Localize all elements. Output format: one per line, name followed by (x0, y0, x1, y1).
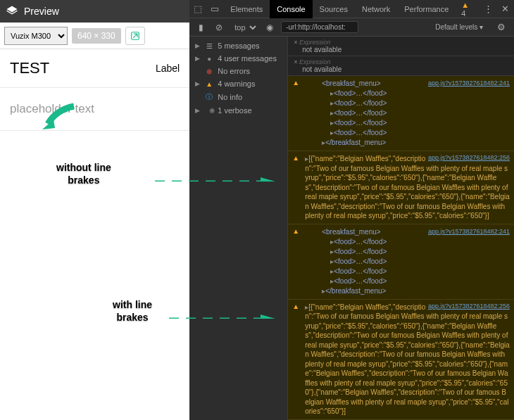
tab-elements[interactable]: Elements (223, 0, 270, 18)
annotation-with: with line brakes (113, 299, 152, 324)
devtools-panel: ⬚ ▭ Elements Console Sources Network Per… (189, 0, 514, 420)
filter-input[interactable] (281, 21, 358, 33)
log-entry[interactable]: ▲app.js?v1573827618482:256▸[{"name":"Bel… (288, 151, 514, 224)
log-entry[interactable]: ▲<breakfast_menu>app.js?v1573827618482:2… (288, 76, 514, 151)
expression-block: Expressionnot available (288, 56, 514, 76)
device-toggle-icon[interactable]: ▭ (206, 0, 223, 18)
tab-network[interactable]: Network (355, 0, 397, 18)
gear-icon[interactable]: ⚙ (493, 22, 510, 32)
close-icon[interactable]: ✕ (497, 0, 514, 18)
tab-sources[interactable]: Sources (313, 0, 355, 18)
msg-filter-item[interactable]: ▶❋1 verbose (189, 104, 287, 117)
tab-warning-count[interactable]: ▲ 4 (456, 1, 480, 18)
msg-filter-item[interactable]: ▶☰5 messages (189, 39, 287, 52)
preview-area: TEST Label placeholder text without line… (0, 49, 189, 420)
preview-panel: Preview Vuzix M300 640 × 330 TEST Label … (0, 0, 189, 420)
levels-select[interactable]: Default levels ▾ (435, 23, 483, 31)
arrow-dashed-icon (155, 176, 282, 182)
arrow-dashed-icon (169, 313, 282, 319)
more-icon[interactable]: ⋮ (480, 0, 497, 18)
preview-toolbar: Vuzix M300 640 × 330 (0, 23, 189, 49)
eye-icon[interactable]: ◉ (263, 20, 277, 34)
clear-icon[interactable]: ⊘ (212, 20, 226, 34)
source-link[interactable]: app.js?v1573827618482:256 (428, 303, 510, 310)
source-link[interactable]: app.js?v1573827618482:241 (428, 79, 510, 88)
log-area: Expressionnot availableExpressionnot ava… (288, 37, 514, 420)
sidebar-toggle-icon[interactable]: ▮ (194, 20, 208, 34)
console-toolbar: ▮ ⊘ top ◉ Default levels ▾ ⚙ (189, 18, 514, 37)
label-text: Label (156, 63, 180, 74)
tab-console[interactable]: Console (270, 0, 312, 18)
inspect-icon[interactable]: ⬚ (189, 0, 206, 18)
preview-header: Preview (0, 0, 189, 23)
message-sidebar: ▶☰5 messages▶●4 user messages⊗No errors▶… (189, 37, 288, 420)
log-entry[interactable]: ▲app.js?v1573827618482:256▸[{"name":"Bel… (288, 300, 514, 420)
source-link[interactable]: app.js?v1573827618482:256 (428, 154, 510, 161)
msg-filter-item[interactable]: ⓘNo info (189, 90, 287, 104)
device-select[interactable]: Vuzix M300 (4, 27, 68, 45)
expression-block: Expressionnot available (288, 37, 514, 56)
devtools-tabs: ⬚ ▭ Elements Console Sources Network Per… (189, 0, 514, 18)
source-link[interactable]: app.js?v1573827618482:241 (428, 227, 510, 236)
dimensions-badge: 640 × 330 (72, 28, 121, 44)
svg-marker-3 (261, 177, 280, 182)
preview-title: Preview (24, 6, 59, 17)
msg-filter-item[interactable]: ▶●4 user messages (189, 52, 287, 65)
annotation-without: without line brakes (56, 162, 111, 187)
test-text: TEST (10, 59, 49, 77)
tab-performance[interactable]: Performance (397, 0, 456, 18)
context-select[interactable]: top (230, 21, 258, 34)
arrow-curved-icon (42, 103, 77, 131)
msg-filter-item[interactable]: ⊗No errors (189, 65, 287, 77)
log-entry[interactable]: ▲<breakfast_menu>app.js?v1573827618482:2… (288, 224, 514, 300)
msg-filter-item[interactable]: ▶▲4 warnings (189, 77, 287, 90)
svg-marker-5 (261, 314, 280, 319)
layers-icon (6, 5, 18, 18)
popout-button[interactable] (125, 27, 145, 45)
